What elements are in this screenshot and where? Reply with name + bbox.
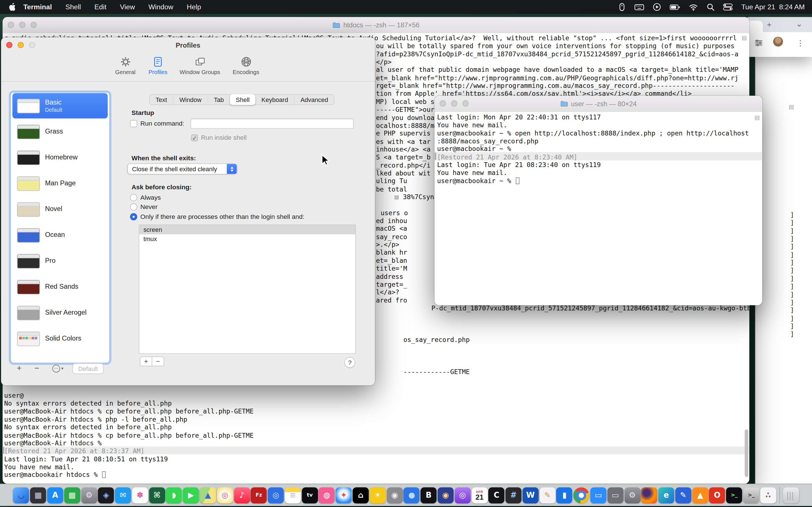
set-default-button[interactable]: Default bbox=[72, 363, 103, 374]
remove-process-button[interactable]: − bbox=[152, 356, 164, 367]
dock-icon-photos[interactable]: ✽ bbox=[132, 487, 148, 503]
run-inside-shell-checkbox[interactable]: ✓ bbox=[191, 135, 198, 142]
dock-icon-opera[interactable]: O bbox=[709, 487, 725, 503]
user-terminal-window[interactable]: Last login: Mon Apr 20 22:40:31 on ttys1… bbox=[435, 96, 762, 305]
toolbar-item-encodings[interactable]: Encodings bbox=[230, 55, 263, 75]
toolbar-item-window-groups[interactable]: Window Groups bbox=[175, 55, 225, 75]
browser-menu-icon[interactable]: ⋮ bbox=[797, 38, 804, 48]
tab-keyboard[interactable]: Keyboard bbox=[255, 95, 294, 105]
terminal-preferences-window[interactable]: Profiles GeneralProfilesWindow GroupsEnc… bbox=[1, 37, 375, 385]
active-app-menu[interactable]: Terminal bbox=[23, 3, 52, 11]
profile-row-novel[interactable]: Novel bbox=[12, 196, 108, 222]
tab-search-chevron-icon[interactable]: ⌄ bbox=[796, 19, 802, 29]
dock-icon-camera-color[interactable]: ◎ bbox=[217, 487, 233, 503]
profile-row-solid-colors[interactable]: Solid Colors bbox=[12, 326, 108, 351]
dock-icon-app-black-home[interactable]: ⌂ bbox=[353, 487, 369, 503]
dock-icon-firefox[interactable] bbox=[641, 487, 657, 503]
process-list[interactable]: screentmux bbox=[139, 224, 356, 354]
dock-icon-trash[interactable] bbox=[783, 487, 799, 503]
tab-tab[interactable]: Tab bbox=[207, 95, 230, 105]
dock-icon-iterm[interactable]: >_ bbox=[726, 487, 742, 503]
ask-option-never[interactable]: Never bbox=[130, 204, 305, 211]
add-profile-button[interactable]: + bbox=[13, 363, 25, 374]
screen-mirroring-icon[interactable] bbox=[653, 2, 661, 11]
dock-icon-safari[interactable]: ✦ bbox=[336, 487, 352, 503]
add-process-button[interactable]: + bbox=[140, 356, 152, 367]
dock-icon-camera-dark[interactable]: ▭ bbox=[607, 487, 623, 503]
scrollbar-thumb[interactable] bbox=[745, 429, 748, 477]
user-terminal-titlebar[interactable]: user — -zsh — 80×24 bbox=[435, 96, 762, 112]
dock-icon-finder[interactable]: ◡ bbox=[13, 487, 29, 503]
tune-icon[interactable] bbox=[755, 39, 763, 49]
dock-icon-photo-booth[interactable]: ◉ bbox=[438, 487, 454, 503]
menu-window[interactable]: Window bbox=[148, 3, 173, 11]
profile-more-options-button[interactable]: ⋯ ▾ bbox=[49, 363, 67, 374]
mouse-icon[interactable] bbox=[617, 2, 626, 11]
dock-icon-zoom[interactable]: ▭ bbox=[591, 487, 606, 503]
profile-row-pro[interactable]: Pro bbox=[12, 248, 108, 274]
dock-icon-app-c-black[interactable]: C bbox=[489, 487, 505, 503]
dock-icon-app-blue-round[interactable]: ◎ bbox=[268, 487, 284, 503]
new-tab-icon[interactable]: + bbox=[767, 20, 771, 29]
battery-icon[interactable] bbox=[670, 2, 681, 11]
dock-icon-pages[interactable]: ✎ bbox=[539, 487, 555, 503]
dock-icon-mail[interactable]: ✉ bbox=[115, 487, 131, 503]
tab-window[interactable]: Window bbox=[173, 95, 207, 105]
dock-icon-terminal-alt[interactable]: >_ bbox=[743, 487, 759, 503]
dock-icon-app-dark-green[interactable]: ⌘ bbox=[149, 487, 165, 503]
spotlight-search-icon[interactable] bbox=[707, 2, 715, 11]
dock-icon-music[interactable]: ♪ bbox=[234, 487, 250, 503]
preferences-titlebar[interactable]: Profiles bbox=[1, 37, 375, 53]
process-row-screen[interactable]: screen bbox=[139, 225, 355, 234]
dock-icon-app-pink[interactable]: ◍ bbox=[319, 487, 335, 503]
profile-row-grass[interactable]: Grass bbox=[12, 119, 108, 144]
dock-icon-app-paw[interactable]: ∴ bbox=[760, 487, 776, 503]
profile-row-homebrew[interactable]: Homebrew bbox=[12, 145, 108, 170]
ask-option-always[interactable]: Always bbox=[130, 194, 305, 202]
dock-icon-edge[interactable]: e bbox=[658, 487, 674, 503]
dock-icon-calendar[interactable]: APR21 bbox=[471, 487, 488, 503]
tab-shell[interactable]: Shell bbox=[230, 94, 255, 105]
dock-icon-camera-gray[interactable]: ◉ bbox=[387, 487, 403, 503]
dock-icon-keynote[interactable]: ▮ bbox=[556, 487, 572, 503]
tab-advanced[interactable]: Advanced bbox=[294, 95, 334, 105]
run-command-input[interactable] bbox=[191, 119, 354, 129]
dock-icon-notes[interactable]: ≡ bbox=[285, 487, 301, 503]
profile-row-ocean[interactable]: Ocean bbox=[12, 223, 108, 248]
keyboard-icon[interactable] bbox=[635, 2, 645, 11]
dock-icon-vlc[interactable]: ▲ bbox=[692, 487, 708, 503]
background-browser-window[interactable]: + ⌄ ⋮ bbox=[744, 17, 812, 57]
shell-exit-popup[interactable]: Close if the shell exited cleanly bbox=[128, 163, 237, 174]
remove-profile-button[interactable]: − bbox=[31, 363, 42, 374]
dock-icon-chrome[interactable] bbox=[573, 487, 590, 503]
menu-edit[interactable]: Edit bbox=[94, 3, 107, 11]
browser-profile-avatar[interactable] bbox=[773, 37, 783, 47]
toolbar-item-profiles[interactable]: Profiles bbox=[144, 55, 172, 75]
dock-icon-maps[interactable]: ▲ bbox=[200, 487, 216, 503]
control-center-icon[interactable] bbox=[723, 2, 733, 11]
profile-row-man-page[interactable]: Man Page bbox=[12, 171, 108, 196]
dock-icon-app-b-black[interactable]: B bbox=[421, 487, 437, 503]
dock-icon-app-store[interactable]: A bbox=[47, 487, 63, 503]
ask-option-only-if-there-are-processes-[interactable]: Only if there are processes other than t… bbox=[130, 213, 305, 220]
dock-icon-app-blue-dot[interactable]: ● bbox=[404, 487, 420, 503]
dock-icon-settings-gear[interactable]: ⚙ bbox=[624, 487, 640, 503]
run-command-checkbox[interactable] bbox=[130, 120, 137, 127]
dock-icon-facetime[interactable]: ▶ bbox=[183, 487, 199, 503]
profile-row-basic[interactable]: BasicDefault bbox=[12, 93, 108, 119]
htdocs-terminal-titlebar[interactable]: htdocs — -zsh — 187×56 bbox=[3, 17, 749, 33]
help-button[interactable]: ? bbox=[344, 357, 355, 368]
menu-help[interactable]: Help bbox=[187, 3, 201, 11]
dock-icon-grid-green[interactable]: ▦ bbox=[64, 487, 80, 503]
profile-row-silver-aerogel[interactable]: Silver Aerogel bbox=[12, 300, 108, 325]
dock-icon-utility-dark[interactable]: ◈ bbox=[98, 487, 114, 503]
dock-icon-app-yellow[interactable]: ☀ bbox=[370, 487, 386, 503]
dock-icon-word[interactable]: W bbox=[522, 487, 539, 503]
dock-icon-messages[interactable]: ◗ bbox=[166, 487, 182, 503]
process-row-tmux[interactable]: tmux bbox=[139, 234, 355, 244]
dock-icon-tv[interactable]: tv bbox=[302, 487, 318, 503]
dock-icon-launchpad[interactable]: ▦ bbox=[30, 487, 46, 503]
dock-icon-app-grid-dark[interactable]: # bbox=[506, 487, 522, 503]
apple-menu[interactable] bbox=[7, 3, 15, 11]
dock-icon-filezilla[interactable]: Fz bbox=[251, 487, 267, 503]
